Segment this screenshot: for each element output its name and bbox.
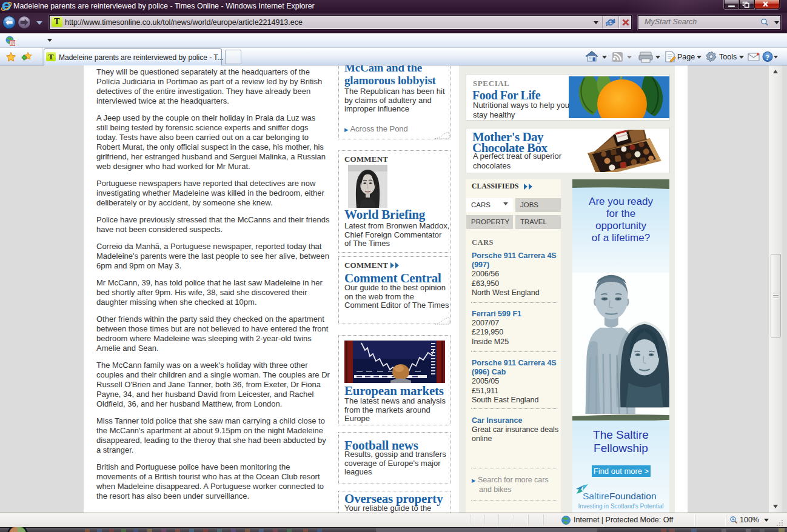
svg-text:Tools: Tools xyxy=(719,53,737,61)
svg-text:Page: Page xyxy=(677,53,695,61)
svg-text:?: ? xyxy=(766,53,770,62)
